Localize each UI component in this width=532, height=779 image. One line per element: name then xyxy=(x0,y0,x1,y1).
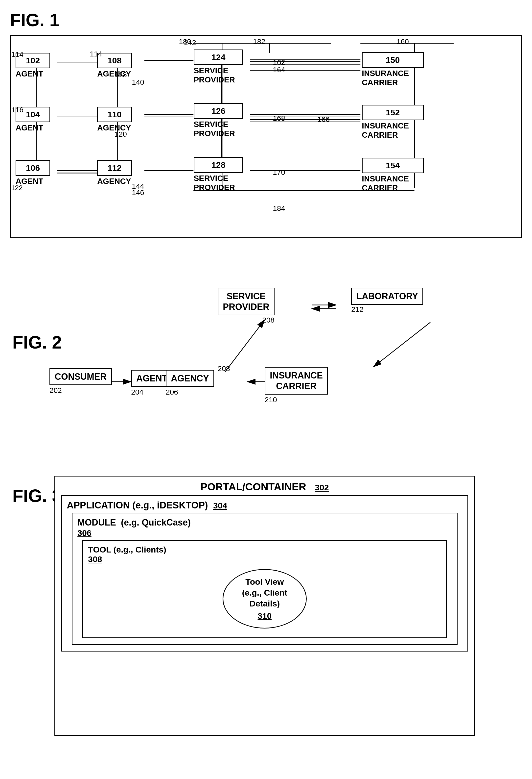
sp-126-label: SERVICEPROVIDER xyxy=(194,120,243,138)
refnum-168: 168 xyxy=(273,114,285,122)
ic-150-group: 150 INSURANCECARRIER xyxy=(362,52,424,87)
ic-fig2-box: INSURANCECARRIER xyxy=(265,367,328,395)
fig3-app-box: APPLICATION (e.g., iDESKTOP) 304 MODULE … xyxy=(61,495,468,652)
lab-fig2-box: LABORATORY xyxy=(351,288,423,305)
refnum-164: 164 xyxy=(273,66,285,74)
fig3-module-ref: 306 xyxy=(77,528,91,538)
ref-118: 118 xyxy=(115,70,127,79)
ic-152-group: 152 INSURANCECARRIER xyxy=(362,105,424,140)
fig3-section: FIG. 3 PORTAL/CONTAINER 302 APPLICATION … xyxy=(10,471,522,743)
sp-124-box: 124 xyxy=(194,50,243,65)
ic-150-box: 150 xyxy=(362,52,424,68)
sp-126-box: 126 xyxy=(194,103,243,119)
refnum-114b: 114 xyxy=(90,50,102,58)
ic-154-label: INSURANCECARRIER xyxy=(362,174,424,193)
ref-160: 160 xyxy=(396,38,409,46)
ref-114: 114 xyxy=(11,50,23,59)
ref-162: 162 xyxy=(273,58,285,67)
lab-fig2-group: LABORATORY 212 xyxy=(351,288,423,314)
refnum-120: 120 xyxy=(115,130,127,138)
refnum-170: 170 xyxy=(273,168,285,176)
svg-marker-1 xyxy=(12,36,14,38)
consumer-box: CONSUMER xyxy=(50,368,112,385)
fig3-tool-ref: 308 xyxy=(88,554,102,564)
agency-112-label: AGENCY xyxy=(97,177,132,186)
agent-102-label: AGENT xyxy=(16,69,50,78)
fig3-toolview-text: Tool View(e.g., ClientDetails) xyxy=(242,576,287,609)
refnum-162: 162 xyxy=(273,58,285,66)
page: FIG. 1 xyxy=(10,10,522,743)
agent-104-label: AGENT xyxy=(16,123,50,132)
ref-120: 120 xyxy=(115,130,127,138)
agency-110-box: 110 xyxy=(97,107,132,122)
fig3-app-ref: 304 xyxy=(213,501,227,510)
ref-180: 180 xyxy=(179,38,191,46)
ic-150-label: INSURANCECARRIER xyxy=(362,69,424,87)
refnum-118: 118 xyxy=(115,70,127,79)
sp-fig2-ref: 208 xyxy=(218,316,274,324)
ref-182: 182 xyxy=(253,38,265,46)
refnum-166: 166 xyxy=(317,115,330,123)
fig3-tool-box: TOOL (e.g., Clients) 308 Tool View(e.g.,… xyxy=(82,540,447,638)
fig1-diagram: 102 AGENT 114 104 AGENT 116 106 AGENT 12… xyxy=(10,35,522,238)
ic-154-group: 154 INSURANCECARRIER xyxy=(362,158,424,193)
ref-114b: 114 xyxy=(90,50,102,58)
refnum-146: 146 xyxy=(132,188,144,196)
fig2-section: FIG. 2 xyxy=(10,273,522,441)
consumer-ref: 202 xyxy=(50,386,112,395)
ref-168: 168 xyxy=(273,114,285,123)
ref-140: 140 xyxy=(132,78,144,86)
refnum-122: 122 xyxy=(11,184,23,192)
consumer-group: CONSUMER 202 xyxy=(50,368,112,395)
agency-112-box: 112 xyxy=(97,160,132,176)
refnum-116: 116 xyxy=(11,106,23,114)
svg-line-40 xyxy=(374,322,430,367)
ic-152-box: 152 xyxy=(362,105,424,120)
refnum-140: 140 xyxy=(132,78,144,86)
ref-116: 116 xyxy=(11,106,23,114)
fig2-svg xyxy=(50,273,519,441)
sp-fig2-box: SERVICEPROVIDER xyxy=(218,288,274,315)
fig3-module-box: MODULE (e.g. QuickCase) 306 TOOL (e.g., … xyxy=(72,513,458,645)
sp-fig2-group: SERVICEPROVIDER 208 xyxy=(218,288,274,324)
sp-128-group: 128 SERVICEPROVIDER xyxy=(194,157,243,192)
fig3-toolview-ref: 310 xyxy=(258,610,272,621)
agency-fig2-box: AGENCY xyxy=(166,370,214,387)
agent-106-box: 106 xyxy=(16,160,50,176)
agency-fig2-ref: 206 xyxy=(166,388,214,396)
ref-170: 170 xyxy=(273,168,285,177)
fig3-module-title: MODULE (e.g. QuickCase) 306 xyxy=(77,517,452,538)
fig3-toolview-ellipse: Tool View(e.g., ClientDetails) 310 xyxy=(222,569,307,628)
sp-124-label: SERVICEPROVIDER xyxy=(194,66,243,84)
ic-fig2-group: INSURANCECARRIER 210 xyxy=(265,367,328,404)
ref-164: 164 xyxy=(273,66,285,74)
ref-122: 122 xyxy=(11,184,23,192)
svg-marker-32 xyxy=(50,273,53,275)
refnum-114: 114 xyxy=(11,50,23,58)
agency-112-group: 112 AGENCY xyxy=(97,160,132,186)
refnum-208: 208 xyxy=(218,364,230,372)
fig3-app-title: APPLICATION (e.g., iDESKTOP) 304 xyxy=(67,500,463,511)
ref-146: 146 xyxy=(132,188,144,197)
svg-line-36 xyxy=(225,320,265,372)
refnum-160: 160 xyxy=(396,38,409,46)
fig3-tool-title: TOOL (e.g., Clients) 308 xyxy=(88,545,441,564)
sp-128-box: 128 xyxy=(194,157,243,173)
ref-166: 166 xyxy=(317,115,330,124)
fig1-label: FIG. 1 xyxy=(10,10,522,30)
refnum-182: 182 xyxy=(253,38,265,46)
ic-154-box: 154 xyxy=(362,158,424,173)
ic-fig2-ref: 210 xyxy=(265,396,328,404)
fig3-portal-title: PORTAL/CONTAINER 302 xyxy=(55,481,474,493)
agency-fig2-group: AGENCY 206 xyxy=(166,370,214,396)
agent-106-group: 106 AGENT xyxy=(16,160,50,186)
refnum-184: 184 xyxy=(273,204,285,213)
refnum-180: 180 xyxy=(179,38,191,46)
ref-208: 208 xyxy=(218,364,230,373)
ref-184: 184 xyxy=(273,204,285,213)
lab-fig2-ref: 212 xyxy=(351,305,423,314)
ic-152-label: INSURANCECARRIER xyxy=(362,121,424,140)
agency-108-box: 108 xyxy=(97,53,132,68)
fig1-connections xyxy=(11,36,521,237)
svg-marker-0 xyxy=(12,36,14,38)
